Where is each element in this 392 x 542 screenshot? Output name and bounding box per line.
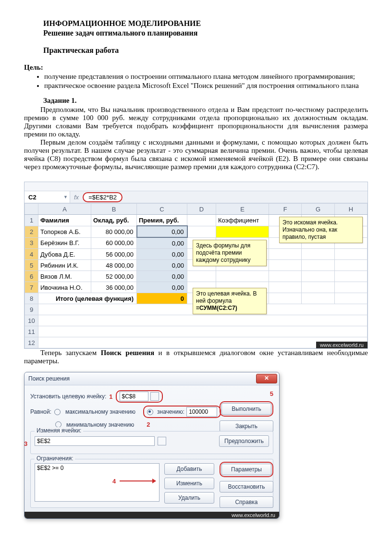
row-header[interactable]: 9 (25, 304, 38, 315)
cell[interactable]: 0,00 (137, 237, 187, 249)
cell[interactable]: 48 000,00 (91, 260, 137, 271)
help-button[interactable]: Справка (220, 496, 273, 508)
task-label: Задание 1. (43, 97, 368, 105)
cell[interactable] (216, 271, 269, 282)
row-header[interactable]: 5 (25, 260, 38, 271)
cell[interactable]: 0,00 (137, 282, 187, 293)
cell[interactable]: 0,00 (137, 249, 187, 260)
paragraph: Предположим, что Вы начальник производст… (24, 106, 368, 138)
cell[interactable] (302, 293, 334, 304)
close-button-2[interactable]: Закрыть (220, 420, 273, 432)
col-header[interactable]: D (187, 204, 216, 215)
guess-button[interactable]: Предположить (219, 435, 269, 447)
name-box[interactable]: C2 ▼ (24, 191, 70, 203)
constraint-item[interactable]: $E$2 >= 0 (37, 465, 157, 471)
row-header[interactable]: 10 (25, 315, 38, 326)
col-header[interactable]: C (137, 204, 187, 215)
callout-number: 2 (147, 421, 150, 428)
cell[interactable]: 36 000,00 (91, 282, 137, 293)
radio-max[interactable] (54, 409, 61, 415)
col-header[interactable]: E (216, 204, 269, 215)
delete-button[interactable]: Удалить (164, 492, 214, 504)
col-header[interactable]: G (302, 204, 334, 215)
row-header[interactable]: 2 (25, 226, 38, 237)
range-picker-icon[interactable] (158, 437, 166, 445)
fx-icon[interactable]: fx (70, 194, 83, 201)
cell[interactable] (334, 282, 367, 293)
coef-cell[interactable] (216, 226, 269, 237)
cell[interactable] (269, 293, 302, 304)
ribbon-blur (24, 182, 368, 191)
cell[interactable]: Вязов Л.М. (38, 271, 91, 282)
cell[interactable] (334, 293, 367, 304)
col-header[interactable]: F (269, 204, 302, 215)
col-header[interactable]: B (91, 204, 137, 215)
cell[interactable]: Ивочкина Н.О. (38, 282, 91, 293)
cell[interactable] (269, 260, 302, 271)
cell[interactable]: Оклад, руб. (91, 215, 137, 226)
add-button[interactable]: Добавить (164, 463, 214, 475)
cell[interactable] (302, 249, 334, 260)
changing-cells-input[interactable]: $E$2 (35, 436, 155, 446)
cell[interactable] (187, 271, 216, 282)
cell[interactable]: 0,00 (137, 260, 187, 271)
row-header[interactable]: 8 (25, 293, 38, 304)
edit-button[interactable]: Изменить (164, 478, 214, 489)
row-header[interactable]: 11 (25, 326, 38, 337)
cell[interactable]: 52 000,00 (91, 271, 137, 282)
cell[interactable] (334, 260, 367, 271)
cell[interactable] (269, 282, 302, 293)
run-button[interactable]: Выполнить (221, 403, 271, 415)
cell[interactable] (334, 249, 367, 260)
radio-value[interactable] (147, 409, 153, 415)
cell[interactable]: 60 000,00 (91, 237, 137, 249)
row-header[interactable]: 6 (25, 271, 38, 282)
active-cell[interactable]: 0,00 (137, 226, 187, 237)
constraints-list[interactable]: $E$2 >= 0 (35, 463, 159, 502)
watermark: www.excelworld.ru (316, 342, 368, 348)
arrow-icon (120, 480, 156, 481)
value-input[interactable]: 100000 (186, 407, 217, 417)
row-header[interactable]: 7 (25, 282, 38, 293)
row-header[interactable]: 3 (25, 237, 38, 249)
target-cell[interactable]: 0 (137, 293, 187, 304)
params-button[interactable]: Параметры (221, 464, 271, 475)
chevron-down-icon[interactable]: ▼ (63, 195, 68, 199)
target-cell-input[interactable]: $C$8 (120, 392, 148, 401)
cell[interactable]: Премия, руб. (137, 215, 187, 226)
cell[interactable]: 56 000,00 (91, 249, 137, 260)
restore-button[interactable]: Восстановить (220, 481, 273, 493)
cell[interactable] (302, 282, 334, 293)
text: Теперь запускаем (40, 349, 101, 357)
dialog-titlebar[interactable]: Поиск решения ✕ (24, 372, 279, 385)
col-header[interactable]: A (38, 204, 91, 215)
cell[interactable] (187, 215, 216, 226)
cell[interactable]: Дубова Д.Е. (38, 249, 91, 260)
cell[interactable]: Коэффициент (216, 215, 269, 226)
cell[interactable] (269, 249, 302, 260)
cell[interactable] (302, 271, 334, 282)
cell[interactable] (334, 271, 367, 282)
cell[interactable] (38, 326, 368, 337)
cell[interactable] (187, 226, 216, 237)
formula-input[interactable]: =$E$2*B2 (83, 192, 122, 202)
col-header[interactable]: H (334, 204, 367, 215)
row-header[interactable]: 4 (25, 249, 38, 260)
cell[interactable]: Фамилия (38, 215, 91, 226)
range-picker-icon[interactable] (150, 392, 159, 401)
total-label[interactable]: Итого (целевая функция) (38, 293, 137, 304)
cell[interactable] (38, 315, 368, 326)
corner-cell[interactable] (25, 204, 38, 215)
cell[interactable]: Берёзкин В.Г. (38, 237, 91, 249)
row-header[interactable]: 12 (25, 337, 38, 348)
close-button[interactable]: ✕ (256, 374, 277, 383)
cell[interactable]: Рябинин И.К. (38, 260, 91, 271)
row-header[interactable]: 1 (25, 215, 38, 226)
excel-screenshot: C2 ▼ fx =$E$2*B2 A B C D E F G H 1 Фамил… (24, 182, 368, 349)
cell[interactable]: 0,00 (137, 271, 187, 282)
cell[interactable]: Топорков А.Б. (38, 226, 91, 237)
opt-max-label: максимальному значению (65, 408, 135, 415)
cell[interactable] (269, 271, 302, 282)
cell[interactable]: 80 000,00 (91, 226, 137, 237)
cell[interactable] (302, 260, 334, 271)
